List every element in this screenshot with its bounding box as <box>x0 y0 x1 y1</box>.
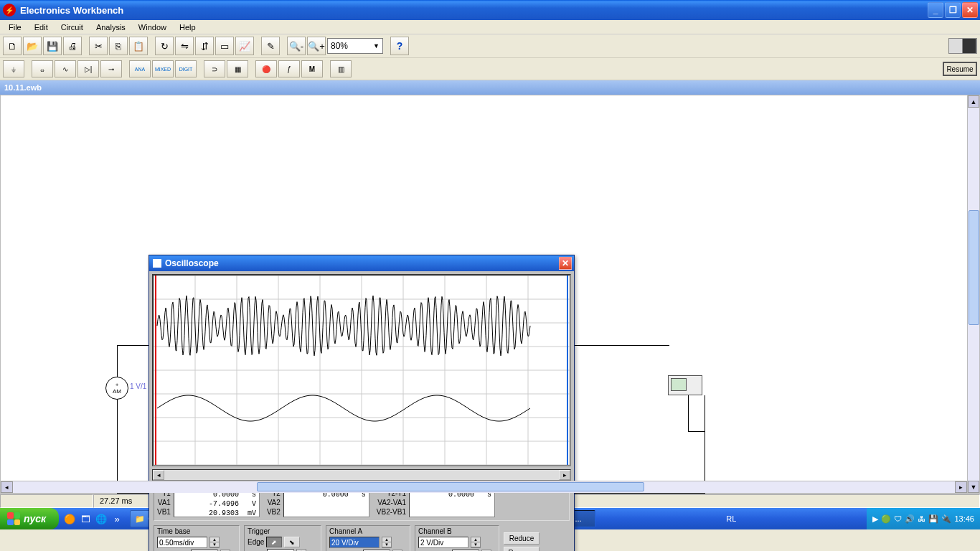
channel-a-group: Channel A 20 V/Div▲▼ Y position-0.80▲▼ A… <box>326 525 410 551</box>
digital-icon[interactable]: DIGIT <box>175 60 197 77</box>
fliph-icon[interactable]: ⇋ <box>175 37 194 55</box>
open-icon[interactable]: 📂 <box>23 37 42 55</box>
paste-icon[interactable]: 📋 <box>129 37 148 55</box>
reduce-button[interactable]: Reduce <box>504 532 540 545</box>
reverse-button[interactable]: Reverse <box>504 547 540 551</box>
rotate-icon[interactable]: ↻ <box>155 37 174 55</box>
probe-icon[interactable]: ✎ <box>261 37 280 55</box>
system-tray[interactable]: ▶ 🟢 🛡 🔊 🖧 💾 🔌 13:46 <box>867 508 980 529</box>
cut-icon[interactable]: ✂ <box>89 37 108 55</box>
edge-rise-icon[interactable]: ⬈ <box>266 537 282 547</box>
ic-icon[interactable]: ▦ <box>227 60 248 77</box>
misc1-icon[interactable]: ƒ <box>278 60 300 77</box>
vscrollbar[interactable]: ▲▼ <box>967 95 979 493</box>
resume-button[interactable]: Resume <box>943 62 977 76</box>
tray-icon[interactable]: 🔌 <box>941 514 951 524</box>
menu-edit[interactable]: Edit <box>29 22 54 33</box>
ql-icon[interactable]: 🟠 <box>63 512 76 525</box>
oscilloscope-display[interactable] <box>152 274 571 466</box>
menu-analysis[interactable]: Analysis <box>90 22 131 33</box>
flipv-icon[interactable]: ⇵ <box>195 37 214 55</box>
oscilloscope-node[interactable] <box>668 375 702 395</box>
language-indicator[interactable]: RL <box>719 514 743 523</box>
timebase-scale[interactable]: 0.50ms/div <box>157 537 207 548</box>
minimize-button[interactable]: _ <box>928 2 943 18</box>
tray-icon[interactable]: 💾 <box>928 514 938 524</box>
oscilloscope-icon <box>153 259 161 268</box>
print-icon[interactable]: 🖨 <box>63 37 82 55</box>
start-button[interactable]: пуск <box>0 508 59 529</box>
misc2-icon[interactable]: M <box>301 60 323 77</box>
ql-icon[interactable]: 🗔 <box>79 512 92 525</box>
menu-circuit[interactable]: Circuit <box>55 22 89 33</box>
tray-icon[interactable]: 🟢 <box>881 514 891 524</box>
oscilloscope-window: Oscilloscope ✕ ◂▸ T1VA1VB1 0.000 <box>149 255 575 551</box>
ql-icon[interactable]: 🌐 <box>95 512 108 525</box>
toolbar-components: ⏚ ⏛ ∿ ▷| ⊸ ANA MIXED DIGIT ⊃ ▦ 🔴 ƒ M ▥ R… <box>0 58 980 80</box>
help-button[interactable]: ? <box>390 37 409 55</box>
basic-icon[interactable]: ⏛ <box>32 60 53 77</box>
logic-icon[interactable]: ⊃ <box>204 60 225 77</box>
readout-t1: 0.0000 s -7.4996 V 20.9303 mV <box>174 489 260 517</box>
chb-scale[interactable]: 2 V/Div <box>418 537 468 548</box>
edge-fall-icon[interactable]: ⬊ <box>284 537 300 547</box>
quicklaunch: 🟠 🗔 🌐 » <box>63 512 123 525</box>
instrument-icon[interactable]: ▥ <box>330 60 352 77</box>
close-button[interactable]: ✕ <box>962 2 978 18</box>
timebase-group: Time base 0.50ms/div▲▼ X position0.00▲▼ … <box>154 525 240 551</box>
voltage-label: 1 V/1 <box>130 382 146 390</box>
readout-diff: 0.0000 s <box>409 489 495 517</box>
timebase-spinner[interactable]: ▲▼ <box>209 537 220 548</box>
tray-icon[interactable]: 🛡 <box>894 514 902 523</box>
readout-t2: 0.0000 s <box>283 489 369 517</box>
new-icon[interactable]: 🗋 <box>3 37 22 55</box>
sources-icon[interactable]: ⏚ <box>3 60 24 77</box>
oscilloscope-close-button[interactable]: ✕ <box>559 257 572 270</box>
indicator-icon[interactable]: 🔴 <box>255 60 277 77</box>
document-titlebar: 10.11.ewb <box>0 80 980 95</box>
oscilloscope-controls: Time base 0.50ms/div▲▼ X position0.00▲▼ … <box>154 525 570 551</box>
tray-icon[interactable]: 🔊 <box>905 514 915 524</box>
channel-b-group: Channel B 2 V/Div▲▼ Y position1.60▲▼ AC … <box>415 525 499 551</box>
menubar: File Edit Circuit Analysis Window Help <box>0 20 980 34</box>
menu-help[interactable]: Help <box>174 22 202 33</box>
transistor-icon[interactable]: ⊸ <box>100 60 122 77</box>
menu-file[interactable]: File <box>3 22 27 33</box>
maximize-button[interactable]: ❐ <box>945 2 961 18</box>
tray-clock[interactable]: 13:46 <box>954 514 974 523</box>
analog-icon[interactable]: ANA <box>129 60 151 77</box>
save-icon[interactable]: 💾 <box>43 37 62 55</box>
schematic-canvas[interactable]: +AM 1 V/1 Oscilloscope ✕ ◂▸ <box>0 95 980 494</box>
hscrollbar[interactable]: ◂▸ <box>1 481 967 493</box>
tray-icon[interactable]: ▶ <box>872 514 878 524</box>
document-title: 10.11.ewb <box>4 83 42 92</box>
windows-logo-icon <box>7 512 20 525</box>
oscilloscope-titlebar[interactable]: Oscilloscope ✕ <box>149 255 574 271</box>
menu-window[interactable]: Window <box>133 22 172 33</box>
resistor-icon[interactable]: ∿ <box>55 60 76 77</box>
mixed-icon[interactable]: MIXED <box>152 60 174 77</box>
oscilloscope-hscroll[interactable]: ◂▸ <box>152 469 571 481</box>
trigger-group: Trigger Edge⬈⬊ Level0.00▲▼ Auto A B Ext <box>244 525 321 551</box>
window-titlebar: ⚡ Electronics Workbench _ ❐ ✕ <box>0 0 980 20</box>
subckt-icon[interactable]: ▭ <box>215 37 234 55</box>
graph-icon[interactable]: 📈 <box>235 37 254 55</box>
cha-scale[interactable]: 20 V/Div <box>329 537 380 548</box>
am-source-node[interactable]: +AM <box>105 377 128 400</box>
zoomout-icon[interactable]: 🔍- <box>287 37 306 55</box>
app-title: Electronics Workbench <box>20 5 123 16</box>
toolbar-main: 🗋 📂 💾 🖨 ✂ ⎘ 📋 ↻ ⇋ ⇵ ▭ 📈 ✎ 🔍- 🔍+ 80%▼ ? <box>0 34 980 58</box>
zoom-select[interactable]: 80%▼ <box>327 38 383 54</box>
tray-icon[interactable]: 🖧 <box>918 514 925 523</box>
power-switch[interactable] <box>948 38 977 54</box>
copy-icon[interactable]: ⎘ <box>109 37 128 55</box>
diode-icon[interactable]: ▷| <box>77 60 99 77</box>
ql-chevron-icon[interactable]: » <box>110 512 123 525</box>
app-icon: ⚡ <box>3 4 16 17</box>
zoomin-icon[interactable]: 🔍+ <box>307 37 326 55</box>
